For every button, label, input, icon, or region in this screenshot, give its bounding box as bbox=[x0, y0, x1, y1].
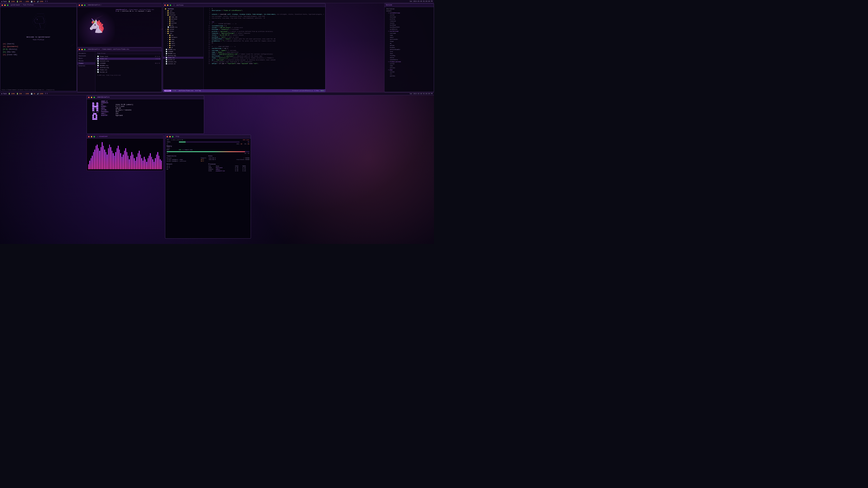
outline-term[interactable]: term bbox=[384, 51, 434, 53]
files-close[interactable] bbox=[79, 49, 80, 50]
outline-name[interactable]: name bbox=[384, 34, 434, 36]
viz-max[interactable] bbox=[94, 136, 95, 137]
htop-max[interactable] bbox=[172, 136, 174, 137]
viz-close[interactable] bbox=[88, 136, 90, 137]
tree-installorg[interactable]: 📄 install.org bbox=[163, 61, 204, 63]
outline-pkgs[interactable]: ▾ pkgs bbox=[384, 69, 434, 71]
tree-hardware[interactable]: ▸ 📁 hardware bbox=[163, 36, 204, 38]
file-row-readmeorg[interactable]: 📄 README.org bbox=[96, 64, 161, 67]
tree-desktoppng[interactable]: 🖼 desktop.png bbox=[163, 55, 204, 57]
outline-np-name[interactable]: name bbox=[384, 65, 434, 67]
outline-systemsettings[interactable]: ▾ systemSettings bbox=[384, 12, 434, 14]
file-row-desktop[interactable]: 🖼 desktop.png bbox=[96, 67, 161, 69]
tree-readme2[interactable]: 📄 README.org bbox=[163, 48, 204, 51]
outline-wm[interactable]: wm bbox=[384, 42, 434, 44]
tree-pkgs[interactable]: ▸ 📁 pkgs bbox=[163, 40, 204, 42]
nvim-editor-pane[interactable]: 1 { 2 description = "Flake of LibrePhoen… bbox=[204, 7, 325, 92]
viz-min[interactable] bbox=[91, 136, 92, 137]
file-row-flakenix2[interactable]: 📄 flake.nix bbox=[96, 69, 161, 71]
outline-np-system[interactable]: system bbox=[384, 63, 434, 65]
tree-readme-profiles[interactable]: 📄 README.org bbox=[163, 26, 204, 28]
close-btn[interactable] bbox=[2, 4, 3, 6]
tree-lang[interactable]: ▸ 📁 lang bbox=[163, 38, 204, 40]
outline-nixpkgspatched[interactable]: ▾ nixpkgs-patched bbox=[384, 61, 434, 63]
file-row-license[interactable]: 📄 LICENSE 34.2 K bbox=[96, 62, 161, 64]
sidebar-themes[interactable]: Themes bbox=[77, 62, 95, 65]
outline-description[interactable]: description bbox=[384, 8, 434, 10]
outline-email[interactable]: email bbox=[384, 36, 434, 38]
max-btn[interactable] bbox=[7, 4, 8, 6]
outline-pkgs-patches[interactable]: patches bbox=[384, 75, 434, 77]
nvim-min[interactable] bbox=[167, 4, 168, 6]
outline-browser[interactable]: browser bbox=[384, 46, 434, 48]
tree-hardensh[interactable]: 📄 harden.sh bbox=[163, 59, 204, 61]
qute-newtab[interactable]: [t] [New tab] bbox=[3, 51, 74, 53]
outline-locale[interactable]: locale bbox=[384, 22, 434, 24]
tree-shell[interactable]: ▸ 📁 shell bbox=[163, 42, 204, 44]
file-row-flakenix[interactable]: 📄 flake.nix 2.3 K bbox=[96, 58, 161, 60]
qute-quickmarks[interactable]: [b] [Quickmarks] bbox=[3, 45, 74, 48]
outline-theme[interactable]: theme bbox=[384, 40, 434, 42]
tree-user[interactable]: ▾ 📁 user bbox=[163, 32, 204, 34]
file-row-installorg[interactable]: 📄 install.org bbox=[96, 60, 161, 62]
tree-readmeorg[interactable]: 📄 README.org bbox=[163, 53, 204, 55]
outline-outputs[interactable]: outputs bbox=[384, 10, 434, 12]
tree-worklab[interactable]: ▸ 📁 worklab bbox=[163, 22, 204, 24]
files-max[interactable] bbox=[84, 49, 86, 50]
file-row-flakelock[interactable]: 📄 flake.lock 27.5 K bbox=[96, 55, 161, 58]
pixel-close[interactable] bbox=[79, 4, 80, 6]
tree-wsl[interactable]: ▸ 📁 wsl bbox=[163, 24, 204, 26]
file-row-hardensh[interactable]: 📄 harden.sh bbox=[96, 71, 161, 73]
tree-work[interactable]: ▸ 📁 work bbox=[163, 20, 204, 22]
outline-defaultroamdir[interactable]: defaultRoamDir bbox=[384, 48, 434, 51]
tree-git[interactable]: ▸ 📁 .git bbox=[163, 10, 204, 12]
sidebar-downloads[interactable]: Downloads bbox=[77, 55, 95, 57]
min-btn[interactable] bbox=[4, 4, 6, 6]
outline-dotfilesdir[interactable]: dotfilesDir bbox=[384, 38, 434, 40]
files-min[interactable] bbox=[81, 49, 83, 50]
outline-editor[interactable]: editor bbox=[384, 57, 434, 59]
outline-bootmountpath[interactable]: bootMountPath bbox=[384, 26, 434, 28]
htop-min[interactable] bbox=[169, 136, 170, 137]
tree-license[interactable]: 📄 LICENSE bbox=[163, 51, 204, 53]
outline-system[interactable]: system bbox=[384, 14, 434, 16]
nf-min[interactable] bbox=[91, 97, 92, 98]
outline-username[interactable]: username bbox=[384, 32, 434, 34]
sidebar-external[interactable]: External bbox=[77, 65, 95, 67]
nvim-close[interactable] bbox=[164, 4, 166, 6]
pixel-min[interactable] bbox=[81, 4, 83, 6]
tree-system[interactable]: ▸ 📁 system bbox=[163, 28, 204, 30]
qute-closetab[interactable]: [x] [Close tab] bbox=[3, 53, 74, 56]
tree-app[interactable]: ▸ 📁 app bbox=[163, 34, 204, 36]
tree-style[interactable]: ▸ 📁 style bbox=[163, 44, 204, 46]
sidebar-movies[interactable]: Movies bbox=[77, 60, 95, 62]
tree-homelab[interactable]: ▸ 📁 home lab bbox=[163, 16, 204, 18]
outline-pkgs-src[interactable]: src bbox=[384, 73, 434, 75]
outline-wmtype[interactable]: wmType bbox=[384, 44, 434, 46]
qute-search[interactable]: [o] [Search] bbox=[3, 42, 74, 45]
pixel-max[interactable] bbox=[84, 4, 86, 6]
tree-themes[interactable]: ▸ 📁 themes bbox=[163, 30, 204, 32]
tree-patches[interactable]: ▸ 📁 patches bbox=[163, 12, 204, 14]
tree-wm[interactable]: ▸ 📁 wm bbox=[163, 46, 204, 48]
nf-close[interactable] bbox=[88, 97, 90, 98]
tree-profiles[interactable]: ▾ 📁 profiles bbox=[163, 14, 204, 16]
sidebar-music[interactable]: Music bbox=[77, 57, 95, 60]
tree-flakenix[interactable]: 📄 flake.nix bbox=[163, 57, 204, 59]
tree-installsh[interactable]: 📄 install.sh bbox=[163, 63, 204, 65]
outline-bootmode[interactable]: bootMode bbox=[384, 24, 434, 26]
outline-font[interactable]: font bbox=[384, 53, 434, 55]
sidebar-documents[interactable]: Documents bbox=[77, 52, 95, 55]
outline-fontpkg[interactable]: fontPkg bbox=[384, 55, 434, 57]
tree-personal[interactable]: ▸ 📁 personal bbox=[163, 18, 204, 20]
qute-history[interactable]: [S h] [History] bbox=[3, 48, 74, 51]
nvim-max[interactable] bbox=[170, 4, 171, 6]
outline-hostname[interactable]: hostname bbox=[384, 16, 434, 18]
htop-close[interactable] bbox=[166, 136, 168, 137]
outline-pkgs-system[interactable]: system bbox=[384, 71, 434, 73]
outline-spawneditor[interactable]: spawnEditor bbox=[384, 59, 434, 61]
outline-usersettings[interactable]: ▾ userSettings bbox=[384, 30, 434, 32]
outline-grubdevice[interactable]: grubDevice bbox=[384, 28, 434, 30]
outline-np-patches[interactable]: patches bbox=[384, 67, 434, 69]
outline-timezone[interactable]: timezone bbox=[384, 20, 434, 22]
